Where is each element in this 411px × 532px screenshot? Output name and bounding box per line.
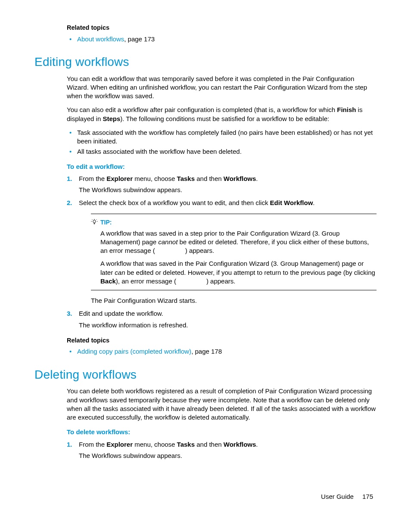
tip-box: TIP: A workflow that was saved in a step… xyxy=(91,214,377,290)
step-item: From the Explorer menu, choose Tasks and… xyxy=(67,174,377,195)
tip-paragraph: A workflow that was saved in a step prio… xyxy=(100,229,377,255)
page: Related topics About workflows, page 173… xyxy=(0,0,411,532)
page-footer: User Guide175 xyxy=(321,492,373,501)
divider xyxy=(91,214,377,214)
svg-line-7 xyxy=(97,219,97,220)
related-topics-heading: Related topics xyxy=(67,24,377,32)
adding-copy-pairs-link[interactable]: Adding copy pairs (completed workflow) xyxy=(77,348,191,355)
lightbulb-icon xyxy=(91,219,98,226)
tip-paragraph: A workflow that was saved in the Pair Co… xyxy=(100,259,377,286)
paragraph: You can edit a workflow that was tempora… xyxy=(67,75,377,101)
related-topics-list: About workflows, page 173 xyxy=(67,35,377,44)
deleting-workflows-body: You can delete both workflows registered… xyxy=(67,387,377,460)
step-item: Select the check box of a workflow you w… xyxy=(67,199,377,305)
about-workflows-link[interactable]: About workflows xyxy=(77,35,124,43)
procedure-heading: To delete workflows: xyxy=(67,428,377,436)
deleting-workflows-heading: Deleting workflows xyxy=(34,367,377,383)
divider xyxy=(91,290,377,290)
tip-body: A workflow that was saved in a step prio… xyxy=(100,229,377,286)
footer-label: User Guide xyxy=(321,493,354,500)
bold-text: Finish xyxy=(337,106,356,113)
step-result: The workflow information is refreshed. xyxy=(79,321,377,330)
tip-label: TIP: xyxy=(100,218,112,227)
list-item: Task associated with the workflow has co… xyxy=(67,128,377,146)
editing-workflows-heading: Editing workflows xyxy=(34,54,377,70)
page-ref: , page 173 xyxy=(124,35,155,43)
editing-workflows-body: You can edit a workflow that was tempora… xyxy=(67,75,377,356)
list-item: Adding copy pairs (completed workflow), … xyxy=(67,347,377,356)
edit-steps-list: From the Explorer menu, choose Tasks and… xyxy=(67,174,377,330)
svg-point-0 xyxy=(93,220,96,223)
paragraph: You can also edit a workflow after pair … xyxy=(67,106,377,123)
bold-text: Steps xyxy=(103,115,120,122)
related-topics-top: Related topics About workflows, page 173 xyxy=(67,24,377,44)
step-result: The Workflows subwindow appears. xyxy=(79,186,377,194)
svg-line-6 xyxy=(92,219,93,220)
page-ref: , page 178 xyxy=(191,348,222,355)
tip-header: TIP: xyxy=(91,218,377,227)
step-item: From the Explorer menu, choose Tasks and… xyxy=(67,440,377,460)
step-result: The Workflows subwindow appears. xyxy=(79,451,377,460)
page-number: 175 xyxy=(362,493,373,500)
delete-steps-list: From the Explorer menu, choose Tasks and… xyxy=(67,440,377,460)
related-topics-list: Adding copy pairs (completed workflow), … xyxy=(67,347,377,356)
list-item: About workflows, page 173 xyxy=(67,35,377,44)
procedure-heading: To edit a workflow: xyxy=(67,162,377,171)
step-result: The Pair Configuration Wizard starts. xyxy=(91,296,377,305)
paragraph: You can delete both workflows registered… xyxy=(67,387,377,422)
related-topics-heading: Related topics xyxy=(67,336,377,345)
step-item: Edit and update the workflow. The workfl… xyxy=(67,309,377,330)
conditions-list: Task associated with the workflow has co… xyxy=(67,128,377,156)
list-item: All tasks associated with the workflow h… xyxy=(67,147,377,156)
